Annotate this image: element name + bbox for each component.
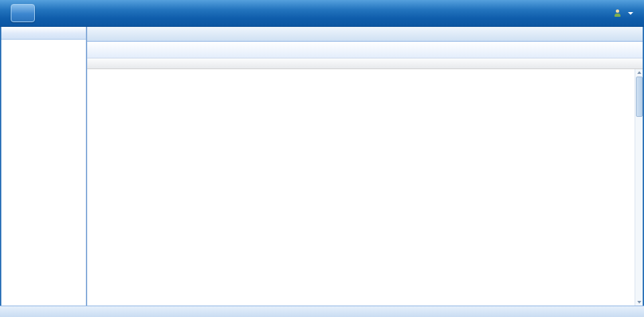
vertical-scrollbar[interactable] [635,69,643,306]
user-icon [614,9,621,17]
warehouse-management-app [0,0,644,317]
chevron-down-icon [628,12,633,15]
app-logo [11,4,35,22]
grid-toolbar [87,42,643,58]
sidebar-header [1,27,86,40]
scroll-up-icon[interactable] [636,69,643,76]
grid-body [87,69,635,306]
main-panel [87,27,643,306]
scrollbar-thumb[interactable] [636,77,643,117]
footer [0,306,644,317]
tab-strip [87,27,643,42]
scroll-down-icon[interactable] [636,299,643,306]
top-header [0,0,644,27]
sidebar-spacer [1,40,86,306]
grid-header-row [87,58,643,69]
menu-grid [87,58,643,306]
current-user-menu[interactable] [614,9,633,17]
tab-actions [637,39,643,41]
body [0,27,644,306]
sidebar [1,27,87,306]
